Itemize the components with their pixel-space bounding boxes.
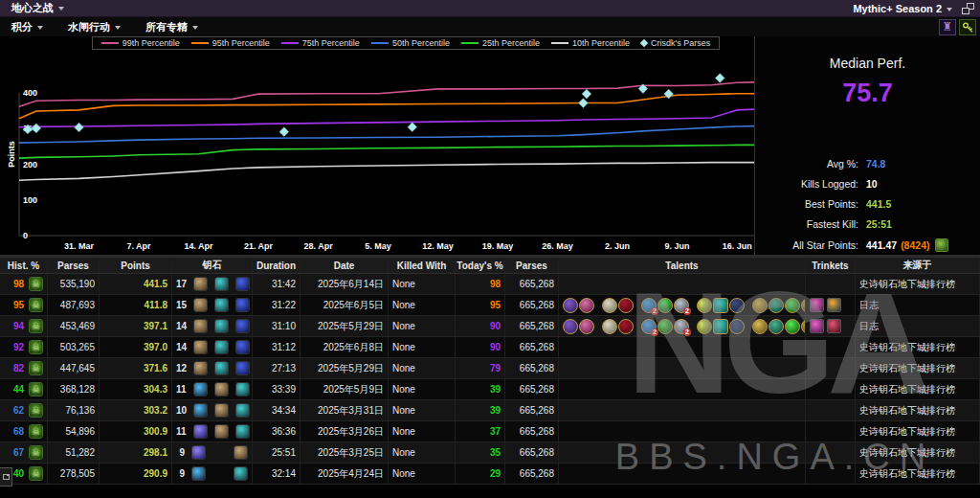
season-dropdown[interactable]: Mythic+ Season 2 xyxy=(853,3,952,14)
table-cell xyxy=(559,274,806,294)
pip-overlay-icon[interactable] xyxy=(0,467,12,487)
talent-icon[interactable] xyxy=(602,319,617,334)
legend-item[interactable]: 50th Percentile xyxy=(371,38,450,48)
talent-icon[interactable] xyxy=(768,298,784,313)
talent-icon[interactable] xyxy=(713,319,728,334)
today-parses-value: 665,268 xyxy=(505,400,559,420)
legend-item[interactable]: 75th Percentile xyxy=(281,38,360,48)
table-cell xyxy=(559,337,806,357)
talent-icon[interactable] xyxy=(768,319,784,334)
legend-item[interactable]: 99th Percentile xyxy=(101,38,180,48)
points-value: 298.1 xyxy=(144,447,167,458)
legend-item[interactable]: 95th Percentile xyxy=(191,38,270,48)
talent-icon[interactable]: 2 xyxy=(641,319,657,334)
window-restore-icon[interactable] xyxy=(962,3,974,14)
talent-icon[interactable] xyxy=(563,319,578,334)
affix-icon-tan xyxy=(214,382,229,396)
affix-icon-tan xyxy=(193,361,208,375)
talent-icon[interactable] xyxy=(785,298,800,313)
expansion-dropdown[interactable]: 地心之战 xyxy=(11,1,64,15)
table-row[interactable]: 94☠453,469397.11431:102025年5月29日None9066… xyxy=(0,316,980,337)
trinket-icon[interactable] xyxy=(827,298,841,312)
column-header[interactable]: 来源于 xyxy=(856,258,980,273)
trinket-icon[interactable] xyxy=(810,319,824,333)
column-header[interactable]: Parses xyxy=(48,258,100,273)
table-cell xyxy=(806,316,856,336)
talent-icon[interactable]: 2 xyxy=(641,298,657,313)
talent-icon[interactable] xyxy=(752,319,768,334)
talent-rank-badge: 2 xyxy=(683,328,691,336)
talent-icon[interactable] xyxy=(602,298,617,313)
talent-group: 22 xyxy=(641,298,690,313)
talent-icon[interactable] xyxy=(563,298,578,313)
table-cell: 95 xyxy=(456,295,505,315)
svg-text:16. Jun: 16. Jun xyxy=(723,241,752,251)
killed-with-value: None xyxy=(389,442,456,463)
today-parses-value: 665,268 xyxy=(505,316,559,336)
keystone-icon-button[interactable] xyxy=(959,19,976,35)
column-header[interactable]: 钥石 xyxy=(172,258,253,273)
table-cell: 92☠ xyxy=(0,337,48,357)
table-cell: 9 xyxy=(172,464,253,484)
talent-icon[interactable]: 2 xyxy=(674,298,689,313)
affix-icon-teal xyxy=(214,298,229,312)
table-row[interactable]: 68☠54,896300.91136:362025年3月26日None37665… xyxy=(0,421,980,442)
parses-value: 368,128 xyxy=(48,379,100,399)
talent-icon[interactable] xyxy=(657,298,673,313)
talent-icon[interactable] xyxy=(579,319,594,334)
duration-value: 31:12 xyxy=(253,337,301,357)
table-cell xyxy=(559,358,806,378)
column-header[interactable]: Talents xyxy=(559,258,806,273)
talent-icon[interactable] xyxy=(785,319,800,334)
points-value: 371.6 xyxy=(144,363,167,374)
column-header[interactable]: Today's % xyxy=(456,258,505,273)
table-row[interactable]: 67☠51,282298.1925:512025年3月25日None35665,… xyxy=(0,442,980,464)
parses-value: 447,645 xyxy=(48,358,100,378)
talent-icon[interactable]: 2 xyxy=(674,319,689,334)
talent-icon[interactable] xyxy=(729,319,745,334)
source-value: 日志 xyxy=(856,295,980,315)
table-cell: 411.8 xyxy=(100,295,172,315)
table-cell: 67☠ xyxy=(0,442,48,463)
affix-icon-blue xyxy=(235,298,250,312)
column-header[interactable]: Killed With xyxy=(389,258,456,273)
date-value: 2025年4月24日 xyxy=(301,464,389,484)
table-row[interactable]: 44☠368,128304.31133:392025年5月9日None39665… xyxy=(0,379,980,400)
talent-icon[interactable] xyxy=(697,298,712,313)
talent-icon[interactable] xyxy=(618,298,634,313)
legend-item[interactable]: Crisdk's Parses xyxy=(641,38,710,48)
legend-item[interactable]: 10th Percentile xyxy=(551,38,630,48)
table-row[interactable]: 98☠535,190441.51731:422025年6月14日None9866… xyxy=(0,274,980,295)
table-row[interactable]: 82☠447,645371.61227:132025年5月29日None7966… xyxy=(0,358,980,379)
table-row[interactable]: 95☠487,693411.81531:222025年6月5日None95665… xyxy=(0,295,980,316)
legend-item[interactable]: 25th Percentile xyxy=(461,38,540,48)
column-header[interactable]: Date xyxy=(301,258,389,273)
column-header[interactable]: Parses xyxy=(505,258,559,273)
talent-icon[interactable] xyxy=(713,298,728,313)
column-header[interactable]: Duration xyxy=(253,258,301,273)
talent-icon[interactable] xyxy=(579,298,594,313)
column-header[interactable]: Points xyxy=(100,258,172,273)
leaderboard-icon-button[interactable]: ♜ xyxy=(939,19,956,35)
keystone-level: 17 xyxy=(176,279,187,289)
talent-icon[interactable] xyxy=(618,319,634,334)
table-row[interactable]: 40☠278,505290.9932:142025年4月24日None29665… xyxy=(0,464,980,485)
talent-icon[interactable] xyxy=(697,319,712,334)
svg-text:200: 200 xyxy=(23,160,37,170)
talent-icon[interactable] xyxy=(729,298,745,313)
column-header[interactable]: Hist. % xyxy=(0,258,48,273)
trinket-icon[interactable] xyxy=(810,298,824,312)
table-row[interactable]: 62☠76,136303.21034:342025年3月31日None39665… xyxy=(0,400,980,421)
menu-points[interactable]: 积分 xyxy=(11,20,43,34)
stat-label: All Star Points: xyxy=(755,239,858,251)
menu-all-specs[interactable]: 所有专精 xyxy=(145,20,198,34)
table-row[interactable]: 92☠503,265397.01431:122025年6月8日None90665… xyxy=(0,337,980,358)
talent-icon[interactable] xyxy=(657,319,673,334)
trinket-icon[interactable] xyxy=(827,319,841,333)
menu-dungeon[interactable]: 水闸行动 xyxy=(68,20,121,34)
svg-text:12. May: 12. May xyxy=(422,241,454,251)
column-header[interactable]: Trinkets xyxy=(806,258,856,273)
talent-icon[interactable] xyxy=(752,298,768,313)
today-parses-value: 665,268 xyxy=(505,464,559,484)
killed-with-value: None xyxy=(389,379,456,399)
